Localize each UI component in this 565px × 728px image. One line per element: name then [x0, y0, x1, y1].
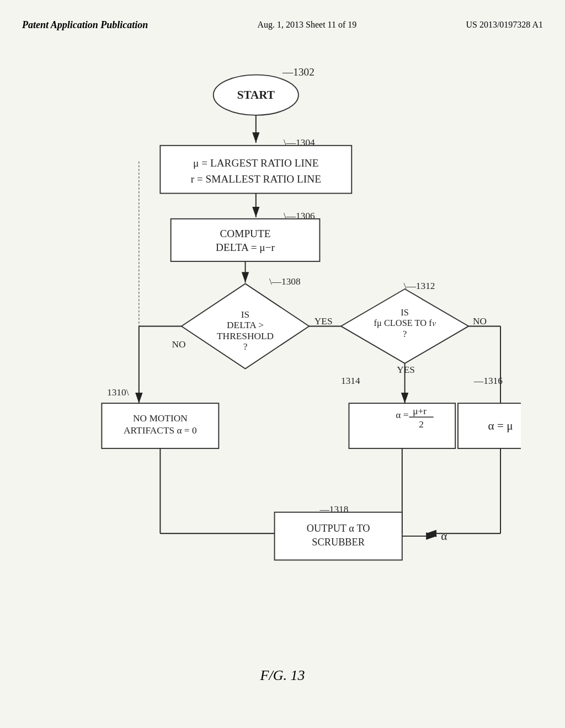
svg-text:IS: IS [241, 309, 249, 320]
svg-text:YES: YES [397, 365, 415, 375]
date-sheet-label: Aug. 1, 2013 Sheet 11 of 19 [257, 20, 356, 30]
svg-text:?: ? [243, 341, 248, 352]
svg-text:DELTA >: DELTA > [227, 320, 264, 330]
svg-text:α: α [441, 529, 447, 543]
flowchart-svg: —1302 START \—1304 μ = LARGEST RATIO LIN… [44, 55, 521, 640]
svg-text:2: 2 [419, 419, 424, 430]
svg-rect-6 [160, 146, 351, 194]
svg-text:ARTIFACTS α = 0: ARTIFACTS α = 0 [124, 425, 197, 436]
svg-text:fμ CLOSE TO f𝑣: fμ CLOSE TO f𝑣 [374, 318, 436, 328]
svg-rect-56 [275, 512, 402, 560]
page-header: Patent Application Publication Aug. 1, 2… [0, 0, 565, 39]
svg-text:DELTA = μ−r: DELTA = μ−r [216, 242, 275, 253]
svg-text:YES: YES [315, 316, 333, 326]
publication-label: Patent Application Publication [22, 19, 148, 31]
svg-text:—1316: —1316 [473, 376, 503, 386]
svg-text:\—1312: \—1312 [404, 281, 435, 291]
svg-text:1310\: 1310\ [107, 387, 129, 398]
svg-text:NO: NO [172, 339, 186, 350]
svg-text:IS: IS [401, 307, 409, 318]
svg-text:\—1308: \—1308 [269, 276, 301, 287]
svg-text:α = μ: α = μ [488, 419, 513, 432]
svg-text:μ = LARGEST RATIO LINE: μ = LARGEST RATIO LINE [193, 157, 318, 169]
svg-text:THRESHOLD: THRESHOLD [217, 331, 274, 341]
svg-text:α =: α = [396, 410, 408, 420]
svg-text:START: START [237, 88, 275, 101]
svg-text:1314: 1314 [341, 376, 360, 386]
svg-text:OUTPUT α TO: OUTPUT α TO [307, 523, 370, 534]
figure-caption: F/G. 13 [0, 667, 565, 684]
svg-rect-11 [171, 219, 320, 261]
svg-text:—1302: —1302 [282, 66, 315, 78]
patent-number-label: US 2013/0197328 A1 [466, 20, 543, 30]
flowchart-diagram: —1302 START \—1304 μ = LARGEST RATIO LIN… [44, 55, 521, 640]
svg-text:SCRUBBER: SCRUBBER [312, 537, 365, 548]
svg-text:?: ? [403, 329, 407, 339]
svg-text:NO: NO [473, 316, 487, 326]
svg-text:r = SMALLEST RATIO LINE: r = SMALLEST RATIO LINE [191, 173, 321, 185]
svg-text:μ+r: μ+r [413, 406, 427, 416]
svg-text:COMPUTE: COMPUTE [220, 228, 271, 239]
svg-text:NO MOTION: NO MOTION [133, 413, 188, 424]
